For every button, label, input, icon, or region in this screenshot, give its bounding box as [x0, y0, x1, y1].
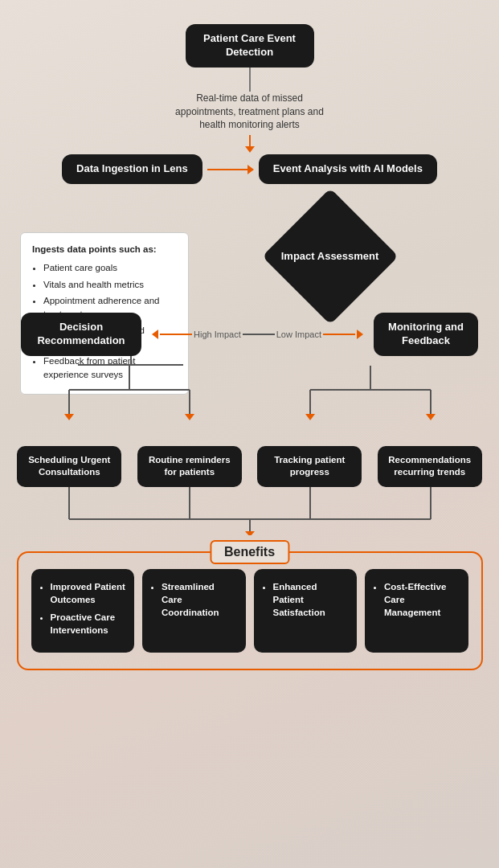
- monitoring-feedback-box: Monitoring and Feedback: [374, 313, 478, 356]
- high-impact-label: High Impact: [194, 330, 241, 339]
- impact-assessment-label: Impact Assessment: [281, 250, 379, 264]
- scheduling-box: Scheduling Urgent Consultations: [17, 446, 121, 487]
- routine-reminders-box: Routine reminders for patients: [137, 446, 242, 487]
- routine-reminders-label: Routine reminders for patients: [149, 455, 231, 477]
- branch-lines-svg: [9, 366, 491, 446]
- to-benefits-lines-svg: [9, 487, 491, 535]
- realtime-desc: Real-time data of missed appointments, t…: [170, 92, 330, 132]
- benefit-box-4: Cost-Effective Care Management: [365, 569, 468, 653]
- benefit-3-item-1: Enhanced Patient Satisfaction: [273, 580, 350, 619]
- benefit-1-item-2: Proactive Care Interventions: [51, 611, 127, 637]
- ingest-info-header: Ingests data points such as:: [32, 243, 177, 256]
- event-analysis-label: Event Analysis with AI Models: [273, 162, 423, 174]
- ingest-item-1: Patient care goals: [43, 261, 177, 275]
- impact-assessment-diamond: Impact Assessment: [282, 208, 378, 305]
- data-ingestion-box: Data Ingestion in Lens: [62, 154, 202, 184]
- top-box-label: Patient Care Event Detection: [203, 32, 296, 58]
- recommendations-box: Recommendations recurring trends: [378, 446, 482, 487]
- benefit-box-2: Streamlined Care Coordination: [142, 569, 246, 653]
- benefit-box-3: Enhanced Patient Satisfaction: [254, 569, 358, 653]
- ingest-item-2: Vitals and health metrics: [43, 278, 177, 292]
- tracking-progress-box: Tracking patient progress: [257, 446, 362, 487]
- benefits-section: Benefits Improved Patient Outcomes Proac…: [17, 551, 483, 670]
- svg-marker-18: [245, 531, 255, 535]
- benefits-inner: Improved Patient Outcomes Proactive Care…: [31, 569, 468, 653]
- benefit-4-item-1: Cost-Effective Care Management: [384, 580, 460, 619]
- data-ingestion-label: Data Ingestion in Lens: [76, 162, 188, 174]
- svg-marker-5: [185, 414, 194, 420]
- decision-rec-label: Decision Recommendation: [37, 321, 125, 346]
- decision-rec-box: Decision Recommendation: [21, 313, 141, 356]
- top-box: Patient Care Event Detection: [186, 24, 314, 68]
- recommendations-label: Recommendations recurring trends: [388, 455, 471, 477]
- svg-marker-9: [305, 414, 315, 420]
- svg-marker-11: [426, 414, 436, 420]
- svg-marker-3: [64, 414, 74, 420]
- benefit-box-1: Improved Patient Outcomes Proactive Care…: [31, 569, 135, 653]
- scheduling-label: Scheduling Urgent Consultations: [28, 455, 110, 477]
- event-analysis-box: Event Analysis with AI Models: [259, 154, 437, 184]
- tracking-progress-label: Tracking patient progress: [274, 455, 345, 477]
- benefits-label: Benefits: [210, 540, 289, 564]
- benefit-1-item-1: Improved Patient Outcomes: [51, 580, 127, 606]
- low-impact-label: Low Impact: [276, 330, 321, 339]
- flowchart-diagram: Patient Care Event Detection Real-time d…: [0, 0, 499, 686]
- monitoring-feedback-label: Monitoring and Feedback: [388, 321, 464, 346]
- benefit-2-item-1: Streamlined Care Coordination: [162, 580, 238, 619]
